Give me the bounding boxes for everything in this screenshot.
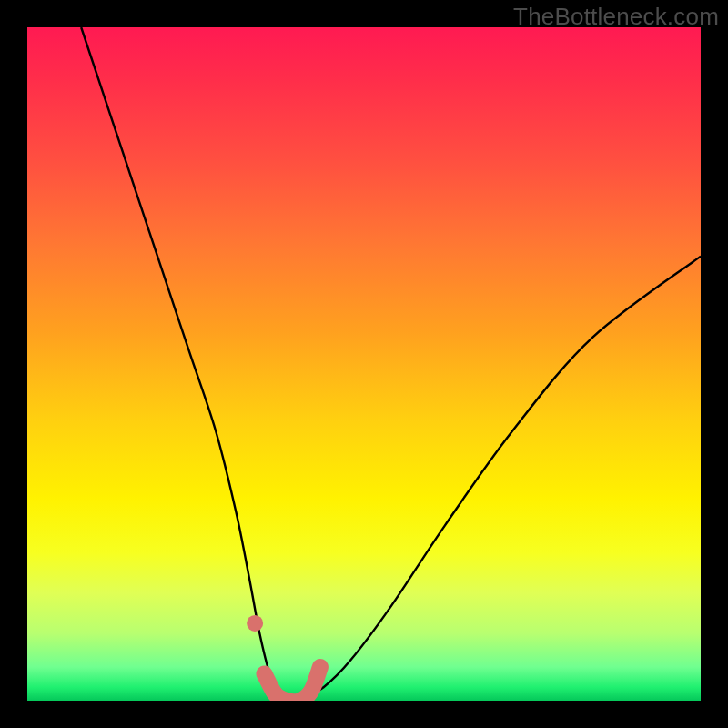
bottleneck-curve-path [81,27,701,701]
bottleneck-plot [27,27,701,701]
optimal-marker-path [264,667,319,701]
chart-frame [27,27,701,701]
curve-layer [81,27,701,701]
marker-layer [247,615,320,701]
optimal-marker-dot [247,615,263,632]
watermark-text: TheBottleneck.com [513,3,719,31]
